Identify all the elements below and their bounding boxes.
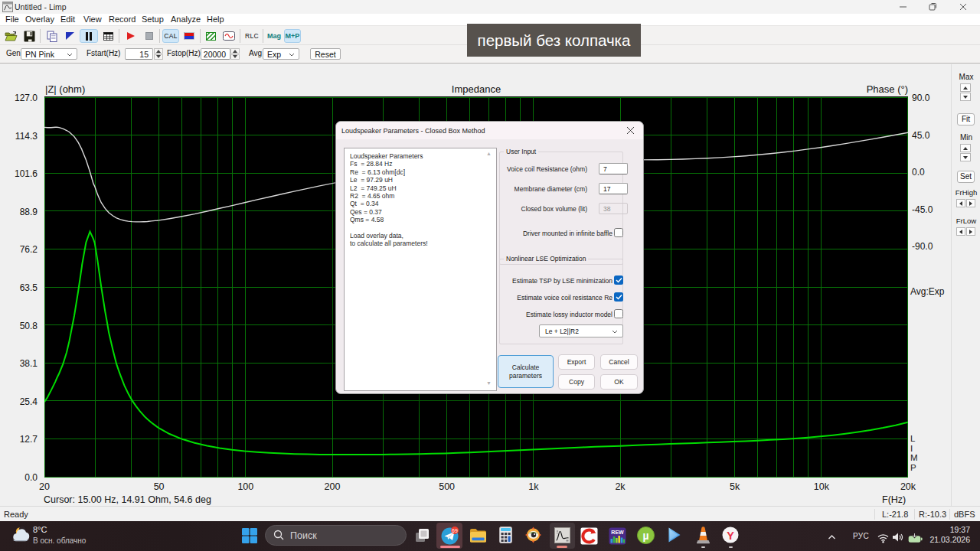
minimize-button[interactable] xyxy=(892,0,915,13)
fstart-input[interactable]: 15 xyxy=(125,48,153,60)
lse-checkbox-2[interactable] xyxy=(614,309,623,318)
wifi-icon[interactable] xyxy=(877,533,889,546)
overlay-flag-button[interactable] xyxy=(63,29,77,43)
running-indicator xyxy=(701,546,705,549)
weather-description[interactable]: В осн. облачно xyxy=(33,536,86,545)
tray-expand-chevron-icon[interactable] xyxy=(827,532,837,546)
cal-button[interactable]: CAL xyxy=(162,29,179,43)
export-button[interactable]: Export xyxy=(558,354,595,370)
clock-time[interactable]: 19:37 xyxy=(950,525,970,534)
notification-badge: 69 xyxy=(451,527,459,534)
dialog-titlebar[interactable]: Loudspeaker Parameters - Closed Box Meth… xyxy=(336,122,643,139)
limp-taskbar-icon[interactable] xyxy=(554,527,570,546)
min-up-button[interactable] xyxy=(960,144,971,152)
max-down-button[interactable] xyxy=(960,93,971,101)
reset-button[interactable]: Reset xyxy=(310,48,341,60)
window-titlebar[interactable]: Untitled - Limp xyxy=(0,0,980,14)
utorrent-app-icon[interactable]: µ xyxy=(637,527,655,547)
cal-label: CAL xyxy=(164,32,178,40)
spinner-up-icon[interactable] xyxy=(230,48,240,54)
volume-icon[interactable] xyxy=(892,532,903,546)
media-player-icon[interactable] xyxy=(666,527,682,546)
avg-label: Avg xyxy=(249,49,262,57)
vlc-icon[interactable] xyxy=(696,527,710,547)
inductor-model-select[interactable]: Le + L2||R2 xyxy=(539,324,623,337)
table-view-button[interactable] xyxy=(101,29,115,43)
task-view-icon[interactable] xyxy=(414,527,430,546)
copy-button[interactable]: Copy xyxy=(558,374,595,390)
lse-checkbox-0[interactable] xyxy=(614,276,623,285)
frhigh-left-button[interactable] xyxy=(956,199,965,207)
copy-button[interactable] xyxy=(45,29,59,43)
ok-button[interactable]: OK xyxy=(600,374,638,390)
explorer-folder-icon[interactable] xyxy=(469,527,487,547)
weather-temperature[interactable]: 8°C xyxy=(33,525,47,534)
spinner-down-icon[interactable] xyxy=(154,54,163,60)
language-indicator[interactable]: РУС xyxy=(853,532,869,540)
lse-check-label-2: Estimate lossy inductor model xyxy=(503,311,612,318)
menu-overlay[interactable]: Overlay xyxy=(25,15,54,24)
parameters-listbox[interactable]: Loudspeaker Parameters Fs = 28.84 Hz Re … xyxy=(344,148,497,391)
magnitude-view-button[interactable]: Mag xyxy=(266,29,283,43)
record-play-button[interactable] xyxy=(124,29,138,43)
fstop-spinner[interactable] xyxy=(230,48,240,60)
rew-app-icon[interactable]: REW xyxy=(609,527,626,548)
battery-charging-icon[interactable] xyxy=(908,533,923,546)
calculate-parameters-button[interactable]: Calculate parameters xyxy=(498,355,554,388)
menu-view[interactable]: View xyxy=(83,15,102,24)
menu-file[interactable]: File xyxy=(5,15,19,24)
save-button[interactable] xyxy=(22,29,36,43)
yandex-browser-icon[interactable]: Y xyxy=(722,527,739,546)
close-button[interactable] xyxy=(952,0,975,13)
menu-record[interactable]: Record xyxy=(109,15,136,24)
signal-generator-button[interactable] xyxy=(222,29,236,43)
set-button[interactable]: Set xyxy=(957,171,975,183)
calculator-app-icon[interactable] xyxy=(499,527,512,546)
left-tick: 50.8 xyxy=(0,321,38,331)
spinner-up-icon[interactable] xyxy=(154,48,163,54)
toolbar-separator xyxy=(263,29,263,43)
membrane-input[interactable]: 17 xyxy=(599,183,628,194)
fstop-input[interactable]: 20000 xyxy=(201,48,230,60)
scroll-down-icon[interactable]: ▼ xyxy=(486,380,492,386)
eye-app-icon[interactable] xyxy=(525,527,541,546)
frlow-right-button[interactable] xyxy=(966,227,975,236)
frlow-left-button[interactable] xyxy=(956,227,965,236)
fstart-spinner[interactable] xyxy=(154,48,163,60)
magnitude-phase-view-button[interactable]: M+P xyxy=(284,29,301,43)
inductor-model-value: Le + L2||R2 xyxy=(545,328,579,335)
avg-select[interactable]: Exp xyxy=(263,48,299,60)
statusbar-separator xyxy=(874,509,875,520)
pause-button[interactable] xyxy=(80,29,98,43)
menu-edit[interactable]: Edit xyxy=(60,15,75,24)
min-down-button[interactable] xyxy=(960,153,971,161)
restore-button[interactable] xyxy=(921,0,944,13)
box-volume-label: Closed box volume (lit) xyxy=(492,205,587,213)
record-stop-button[interactable] xyxy=(142,29,156,43)
rlc-button[interactable]: RLC xyxy=(243,29,260,43)
generator-flag-button[interactable] xyxy=(182,29,196,43)
menu-help[interactable]: Help xyxy=(207,15,224,24)
open-file-button[interactable] xyxy=(4,29,18,43)
menu-setup[interactable]: Setup xyxy=(142,15,164,24)
dialog-close-button[interactable] xyxy=(623,124,637,136)
max-up-button[interactable] xyxy=(960,83,971,92)
baffle-checkbox[interactable] xyxy=(614,228,623,237)
right-tick: -45.0 xyxy=(912,204,933,215)
spinner-down-icon[interactable] xyxy=(230,54,240,60)
menu-analyze[interactable]: Analyze xyxy=(171,15,201,24)
taskbar-search[interactable]: Поиск xyxy=(265,525,407,546)
frhigh-right-button[interactable] xyxy=(966,199,975,207)
overlay-generator-button[interactable] xyxy=(204,29,217,43)
generator-type-select[interactable]: PN Pink xyxy=(21,48,77,60)
left-tick: 63.5 xyxy=(0,282,38,293)
windows-start-button[interactable] xyxy=(242,528,257,546)
voice-coil-input[interactable]: 7 xyxy=(599,163,628,174)
lse-checkbox-1[interactable] xyxy=(614,292,623,302)
cancel-button[interactable]: Cancel xyxy=(600,354,638,370)
weather-icon[interactable] xyxy=(10,525,31,549)
scroll-up-icon[interactable]: ▲ xyxy=(486,151,492,156)
fit-button[interactable]: Fit xyxy=(957,113,975,126)
cleaner-app-icon[interactable] xyxy=(580,527,598,548)
clock-date[interactable]: 21.03.2026 xyxy=(929,535,970,544)
